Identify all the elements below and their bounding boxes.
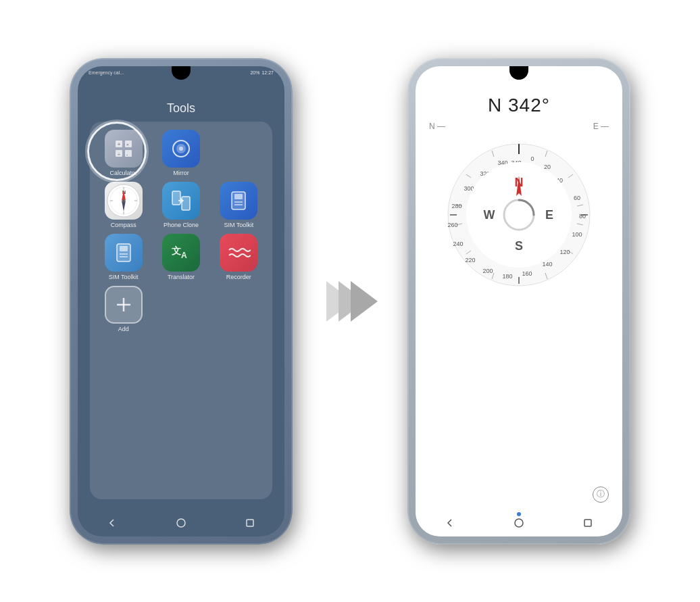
svg-text:140: 140 (542, 261, 552, 268)
compass-coord-e: E — (593, 122, 609, 131)
svg-text:60: 60 (574, 195, 580, 201)
status-battery: 20% (250, 70, 259, 75)
svg-text:S: S (515, 239, 523, 253)
app-item-compass[interactable]: N Compass (97, 182, 150, 228)
svg-point-84 (515, 519, 523, 527)
right-nav-home-icon[interactable] (512, 516, 526, 530)
app-item-mirror[interactable]: Mirror (154, 130, 207, 176)
compass-heading: N 342° (416, 95, 622, 116)
svg-marker-39 (351, 281, 378, 322)
app-label-mirror: Mirror (173, 170, 189, 176)
svg-point-10 (179, 147, 183, 151)
compass-svg: N (106, 183, 141, 218)
app-icon-simtoolkit-blue (220, 182, 257, 220)
svg-text:160: 160 (522, 270, 532, 277)
svg-rect-24 (234, 194, 243, 199)
svg-text:E: E (545, 208, 553, 222)
app-item-recorder[interactable]: Recorder (212, 234, 266, 280)
svg-text:80: 80 (579, 213, 586, 220)
svg-point-35 (177, 519, 185, 527)
app-label-compass: Compass (111, 222, 136, 228)
right-phone-notch (509, 66, 528, 80)
svg-rect-21 (172, 191, 180, 205)
svg-text:220: 220 (465, 257, 475, 264)
app-item-phoneclone[interactable]: Phone Clone (154, 182, 207, 228)
status-emergency: Emergency cal... (89, 70, 124, 75)
app-icon-phoneclone (162, 182, 200, 220)
app-item-add[interactable]: Add (97, 286, 150, 332)
app-item-translator[interactable]: 文 A Translator (154, 234, 207, 280)
chevron-arrows-svg (320, 268, 380, 335)
app-icon-simtoolkit-gray (105, 234, 143, 272)
left-phone: Emergency cal... 20% 12:27 Tools (70, 58, 293, 545)
app-item-simtoolkit-blue[interactable]: SIM Toolkit (212, 182, 266, 228)
app-icon-compass: N (105, 182, 143, 220)
compass-dial-container: 340 0 20 40 60 80 100 120 140 160 180 20… (445, 141, 593, 289)
compass-coords: N — E — (429, 122, 609, 131)
app-label-translator: Translator (168, 274, 195, 280)
app-icon-recorder (220, 234, 257, 272)
forward-arrow (320, 268, 380, 335)
compass-highlight-circle (87, 122, 147, 181)
svg-text:0: 0 (530, 155, 534, 162)
app-label-phoneclone: Phone Clone (164, 222, 199, 228)
scene: Emergency cal... 20% 12:27 Tools (0, 0, 700, 602)
svg-rect-28 (120, 246, 128, 251)
app-icon-translator: 文 A (162, 234, 200, 272)
svg-point-20 (122, 199, 125, 202)
svg-text:240: 240 (453, 241, 463, 247)
app-label-simtoolkit-blue: SIM Toolkit (224, 222, 253, 228)
svg-text:180: 180 (502, 273, 512, 280)
nav-home-icon[interactable] (174, 516, 188, 530)
left-phone-notch (172, 66, 191, 80)
svg-text:120: 120 (559, 249, 570, 255)
app-label-recorder: Recorder (226, 274, 251, 280)
compass-dial-svg: 340 0 20 40 60 80 100 120 140 160 180 20… (445, 141, 593, 289)
right-nav-recents-icon[interactable] (581, 516, 595, 530)
svg-rect-85 (584, 520, 591, 526)
left-phone-bottom-nav (78, 516, 284, 530)
right-phone-bottom-nav (416, 516, 622, 530)
status-time: 12:27 (261, 70, 274, 75)
status-right: 20% 12:27 (250, 70, 274, 75)
svg-text:文: 文 (172, 245, 181, 256)
svg-text:W: W (484, 208, 495, 222)
svg-text:260: 260 (447, 222, 457, 228)
compass-info-button[interactable]: ⓘ (593, 486, 609, 503)
svg-rect-36 (247, 520, 253, 526)
nav-recents-icon[interactable] (243, 516, 257, 530)
app-label-simtoolkit-gray: SIM Toolkit (109, 274, 139, 280)
svg-rect-22 (182, 197, 190, 210)
svg-text:200: 200 (482, 268, 493, 274)
nav-back-icon[interactable] (105, 516, 119, 530)
svg-text:100: 100 (572, 231, 582, 238)
svg-text:280: 280 (451, 203, 461, 209)
app-label-add: Add (118, 326, 129, 332)
svg-text:A: A (181, 251, 187, 260)
app-icon-add (105, 286, 143, 324)
screen-title: Tools (78, 101, 284, 116)
app-icon-mirror (162, 130, 200, 168)
right-phone-screen: N 342° N — E — (416, 66, 622, 536)
right-phone: N 342° N — E — (407, 58, 630, 545)
right-nav-back-icon[interactable] (443, 516, 457, 530)
app-item-simtoolkit-gray[interactable]: SIM Toolkit (97, 234, 150, 280)
left-phone-screen: Emergency cal... 20% 12:27 Tools (78, 66, 284, 536)
compass-coord-n: N — (429, 122, 445, 131)
